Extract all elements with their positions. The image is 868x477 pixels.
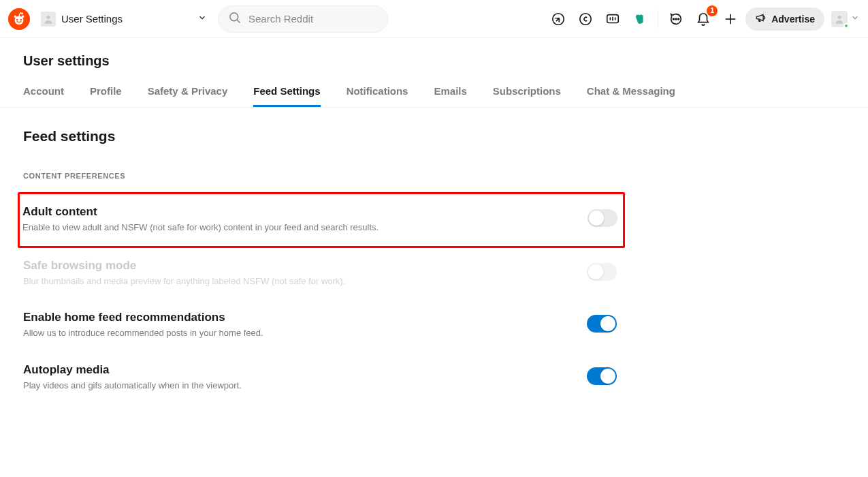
section-title: Feed settings [23,128,617,144]
talk-icon[interactable] [600,7,625,31]
svg-point-13 [673,18,675,20]
setting-desc: Play videos and gifs automatically when … [23,380,570,392]
toggle [587,263,617,281]
setting-desc: Enable to view adult and NSFW (not safe … [22,221,571,234]
chevron-down-icon [850,13,860,25]
svg-point-7 [230,12,238,20]
chat-icon[interactable] [664,7,688,31]
svg-point-6 [46,15,50,18]
setting-desc: Allow us to introduce recommended posts … [23,327,570,339]
mod-shield-icon[interactable] [628,7,652,31]
setting-text: Safe browsing modeBlur thumbnails and me… [23,259,570,288]
logo-group [8,8,30,30]
divider [658,10,658,29]
search-field[interactable] [218,5,388,33]
setting-row: Adult contentEnable to view adult and NS… [22,194,617,246]
app-header: User Settings 1 [0,0,868,38]
settings-tabs: AccountProfileSafety & PrivacyFeed Setti… [23,85,845,107]
tab-chat-messaging[interactable]: Chat & Messaging [587,85,675,107]
svg-point-1 [16,18,18,20]
highlight-box: Adult contentEnable to view adult and NS… [18,192,625,248]
setting-desc: Blur thumbnails and media preview for an… [23,275,570,288]
notification-badge: 1 [707,5,718,16]
svg-point-15 [678,18,679,20]
advertise-label: Advertise [771,14,815,25]
svg-line-8 [237,20,240,22]
setting-row: Autoplay mediaPlay videos and gifs autom… [23,352,617,404]
svg-point-10 [580,13,592,25]
toggle[interactable] [587,367,617,385]
toggle[interactable] [588,209,617,227]
svg-point-18 [837,15,841,18]
group-label: CONTENT PREFERENCES [23,172,617,180]
tab-emails[interactable]: Emails [434,85,466,107]
user-menu[interactable] [831,11,860,27]
community-label: User Settings [61,13,192,25]
setting-text: Adult contentEnable to view adult and NS… [22,205,571,234]
header-icons: 1 Advertise [546,7,860,31]
svg-point-3 [22,15,25,18]
toggle-knob [588,264,603,279]
svg-point-14 [675,18,677,20]
setting-text: Autoplay mediaPlay videos and gifs autom… [23,363,570,392]
svg-point-4 [14,15,17,18]
svg-point-2 [20,18,22,20]
page-title: User settings [23,53,845,69]
search-icon [228,11,242,27]
tab-feed-settings[interactable]: Feed Settings [253,85,320,107]
tab-profile[interactable]: Profile [90,85,122,107]
tab-safety-privacy[interactable]: Safety & Privacy [148,85,228,107]
setting-row: Safe browsing modeBlur thumbnails and me… [23,248,617,300]
settings-header: User settings AccountProfileSafety & Pri… [0,38,868,108]
coin-icon[interactable] [573,7,598,31]
setting-title: Enable home feed recommendations [23,311,570,324]
popular-icon[interactable] [546,7,570,31]
notifications-icon[interactable]: 1 [691,7,716,31]
tab-account[interactable]: Account [23,85,64,107]
setting-text: Enable home feed recommendationsAllow us… [23,311,570,339]
megaphone-icon [755,12,767,26]
setting-title: Adult content [22,205,571,219]
advertise-button[interactable]: Advertise [745,7,824,31]
settings-list: Adult contentEnable to view adult and NS… [23,192,617,404]
search-input[interactable] [248,13,378,25]
setting-row: Enable home feed recommendationsAllow us… [23,300,617,352]
tab-subscriptions[interactable]: Subscriptions [493,85,561,107]
chevron-down-icon [197,13,207,25]
user-avatar [831,11,848,27]
settings-content: Feed settings CONTENT PREFERENCES Adult … [0,108,640,404]
create-post-icon[interactable] [718,7,743,31]
toggle[interactable] [587,315,617,333]
toggle-knob [600,369,615,384]
tab-notifications[interactable]: Notifications [347,85,408,107]
community-switcher[interactable]: User Settings [35,9,212,29]
toggle-knob [589,211,604,226]
setting-title: Autoplay media [23,363,570,377]
reddit-logo[interactable] [8,8,30,30]
svg-point-5 [21,12,23,14]
setting-title: Safe browsing mode [23,259,570,273]
toggle-knob [600,316,615,331]
user-avatar-small [41,12,56,27]
presence-indicator [843,23,849,29]
